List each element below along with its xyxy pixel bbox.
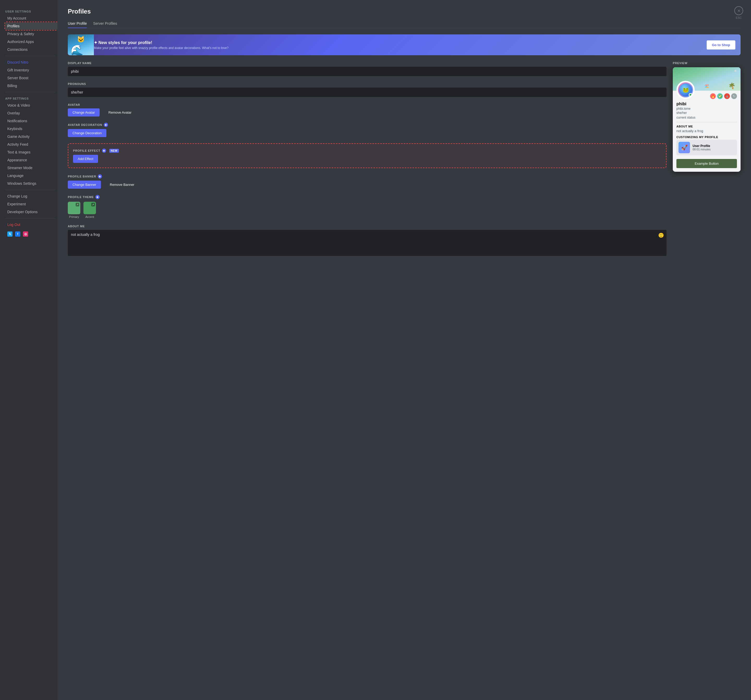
primary-label: Primary	[68, 215, 80, 218]
close-button[interactable]: ✕	[734, 6, 743, 15]
online-indicator	[689, 93, 692, 97]
accent-label: Accent	[83, 215, 96, 218]
about-me-input[interactable]: not actually a frog	[68, 230, 666, 256]
remove-avatar-button[interactable]: Remove Avatar	[104, 108, 136, 117]
customizing-section-title: CUSTOMIZING MY PROFILE	[677, 136, 737, 139]
profile-about: not actually a frog	[677, 129, 737, 133]
add-effect-button[interactable]: Add Effect	[73, 155, 98, 163]
change-banner-button[interactable]: Change Banner	[68, 180, 101, 189]
emoji-button[interactable]: 🙂	[658, 233, 664, 238]
profile-divider-1	[677, 122, 737, 122]
activity-info: User Profile 00:01 minutes	[692, 144, 735, 151]
divider-3	[5, 190, 55, 190]
activity-thumbnail: 🚀	[678, 142, 690, 153]
profile-effect-label: PROFILE EFFECT ◆ NEW	[73, 148, 661, 153]
avatar-decoration-group: AVATAR DECORATION ◆ Change Decoration	[68, 123, 666, 137]
sidebar: USER SETTINGS My Account Profiles Privac…	[0, 0, 57, 700]
profile-badges: 🔥 ✅ ✂️ ↻	[710, 93, 737, 99]
sidebar-item-notifications[interactable]: Notifications	[5, 117, 57, 125]
avatar: 🐸	[677, 81, 695, 99]
about-me-wrapper: not actually a frog 🙂	[68, 230, 666, 257]
sidebar-item-my-account[interactable]: My Account	[5, 15, 57, 22]
expand-accent-icon: ↗	[91, 203, 95, 207]
badge-1: 🔥	[710, 93, 716, 99]
new-badge: NEW	[109, 149, 119, 153]
preview-section: PREVIEW 🌴 🌴 🏖️ ♣️ 🐸	[673, 62, 740, 263]
social-icons-group: 𝕏 f ◎	[5, 231, 57, 237]
badge-4: ↻	[731, 93, 737, 99]
sidebar-item-game-activity[interactable]: Game Activity	[5, 133, 57, 140]
go-to-shop-button[interactable]: Go to Shop	[707, 40, 736, 49]
primary-theme-swatch[interactable]: ↗	[68, 202, 80, 214]
activity-time: 00:01 minutes	[692, 148, 735, 151]
sidebar-item-language[interactable]: Language	[5, 172, 57, 179]
sidebar-item-profiles[interactable]: Profiles	[5, 22, 57, 30]
sidebar-item-server-boost[interactable]: Server Boost	[5, 74, 57, 82]
change-avatar-button[interactable]: Change Avatar	[68, 108, 100, 117]
profile-activity: 🚀 User Profile 00:01 minutes	[677, 140, 737, 155]
tab-server-profiles[interactable]: Server Profiles	[93, 19, 117, 28]
user-settings-label: USER SETTINGS	[5, 10, 57, 13]
badge-2: ✅	[717, 93, 723, 99]
accent-theme-wrap: ↗ Accent	[83, 202, 96, 218]
profile-status: current status	[677, 116, 737, 119]
profile-banner-label: PROFILE BANNER ◆	[68, 174, 666, 179]
sidebar-item-discord-nitro[interactable]: Discord Nitro	[5, 59, 57, 66]
sidebar-item-change-log[interactable]: Change Log	[5, 193, 57, 200]
promo-description: Make your profile feel alive with snazzy…	[94, 46, 702, 50]
esc-button-wrap: ✕ ESC	[734, 6, 743, 19]
pronouns-group: PRONOUNS	[68, 82, 666, 97]
avatar-group: AVATAR Change Avatar Remove Avatar	[68, 103, 666, 117]
example-button[interactable]: Example Button	[677, 159, 737, 168]
expand-primary-icon: ↗	[76, 203, 79, 207]
sidebar-item-billing[interactable]: Billing	[5, 82, 57, 89]
sidebar-item-voice-video[interactable]: Voice & Video	[5, 102, 57, 109]
nitro-badge-banner-icon: ◆	[98, 174, 102, 179]
promo-banner: 🌊 🐱 ✦ New styles for your profile! Make …	[68, 34, 740, 55]
sidebar-item-gift-inventory[interactable]: Gift Inventory	[5, 66, 57, 74]
sidebar-item-authorized-apps[interactable]: Authorized Apps	[5, 38, 57, 45]
profile-theme-group: PROFILE THEME ◆ ↗ Primary ↗ Accent	[68, 195, 666, 218]
avatar-label: AVATAR	[68, 103, 666, 106]
remove-banner-button[interactable]: Remove Banner	[105, 180, 139, 189]
primary-theme-wrap: ↗ Primary	[68, 202, 80, 218]
tab-user-profile[interactable]: User Profile	[68, 19, 87, 28]
nitro-badge-icon: ◆	[104, 123, 108, 127]
instagram-icon[interactable]: ◎	[23, 231, 28, 237]
display-name-input[interactable]	[68, 67, 666, 76]
sidebar-item-privacy-safety[interactable]: Privacy & Safety	[5, 30, 57, 37]
promo-content: ✦ New styles for your profile! Make your…	[94, 40, 702, 50]
sidebar-item-streamer-mode[interactable]: Streamer Mode	[5, 164, 57, 171]
content-layout: DISPLAY NAME PRONOUNS AVATAR Change Avat…	[68, 62, 740, 263]
promo-art: 🌊 🐱	[68, 34, 94, 55]
sidebar-item-keybinds[interactable]: Keybinds	[5, 125, 57, 133]
about-me-section-title: ABOUT ME	[677, 125, 737, 128]
main-content: ✕ ESC Profiles User Profile Server Profi…	[57, 0, 751, 700]
sidebar-item-overlay[interactable]: Overlay	[5, 109, 57, 117]
form-section: DISPLAY NAME PRONOUNS AVATAR Change Avat…	[68, 62, 666, 263]
profile-card-body: 🔥 ✅ ✂️ ↻ phibi phibi.isme she/her curren…	[673, 91, 740, 172]
sidebar-item-text-images[interactable]: Text & Images	[5, 148, 57, 156]
facebook-icon[interactable]: f	[15, 231, 20, 237]
sidebar-item-connections[interactable]: Connections	[5, 46, 57, 53]
sidebar-item-windows-settings[interactable]: Windows Settings	[5, 180, 57, 187]
pronouns-input[interactable]	[68, 88, 666, 97]
sidebar-item-developer-options[interactable]: Developer Options	[5, 208, 57, 216]
page-title: Profiles	[68, 8, 740, 15]
twitter-icon[interactable]: 𝕏	[7, 231, 12, 237]
display-name-group: DISPLAY NAME	[68, 62, 666, 76]
sidebar-item-experiment[interactable]: Experiment	[5, 200, 57, 208]
avatar-area: 🐸	[677, 81, 695, 99]
nitro-badge-effect-icon: ◆	[102, 148, 106, 153]
sidebar-item-activity-feed[interactable]: Activity Feed	[5, 141, 57, 148]
sidebar-item-appearance[interactable]: Appearance	[5, 156, 57, 163]
profile-handle: phibi.isme	[677, 107, 737, 111]
tabs-bar: User Profile Server Profiles	[68, 19, 740, 28]
change-decoration-button[interactable]: Change Decoration	[68, 129, 107, 137]
about-me-label: ABOUT ME	[68, 225, 666, 228]
profile-effect-box: PROFILE EFFECT ◆ NEW Add Effect	[68, 143, 666, 168]
preview-label: PREVIEW	[673, 62, 740, 65]
logout-button[interactable]: Log Out	[5, 221, 57, 228]
badge-3: ✂️	[724, 93, 730, 99]
accent-theme-swatch[interactable]: ↗	[83, 202, 96, 214]
